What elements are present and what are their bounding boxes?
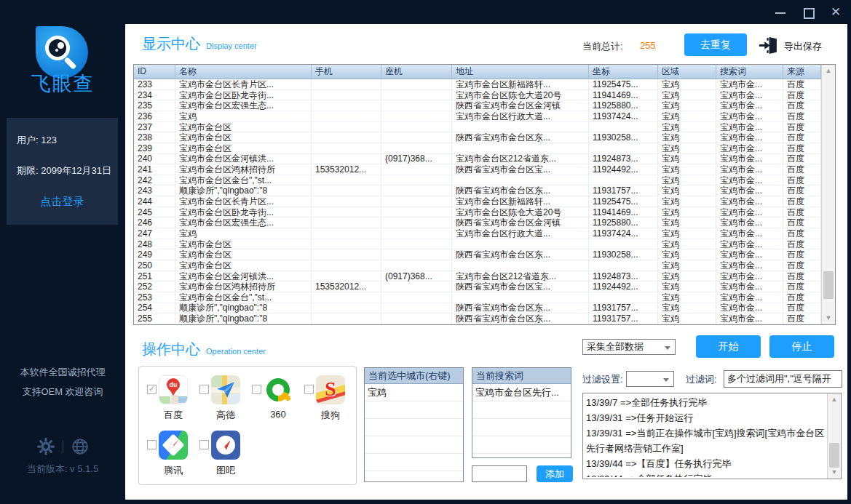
table-row[interactable]: 253宝鸡市金台区金台","st...宝鸡宝鸡市金...百度 — [134, 292, 835, 303]
table-cell: 陕西省宝鸡市金台区宝... — [452, 164, 589, 175]
table-row[interactable]: 239宝鸡市金台区宝鸡宝鸡市金...百度 — [134, 143, 835, 154]
dedupe-button[interactable]: 去重复 — [684, 33, 747, 56]
export-door-icon[interactable] — [759, 36, 778, 55]
table-row[interactable]: 250宝鸡市金台区宝鸡宝鸡市金...百度 — [134, 260, 835, 271]
table-cell: (0917)368... — [381, 271, 452, 282]
table-row[interactable]: 244宝鸡市金台区长青片区...宝鸡市金台区新福路轩...11925475...… — [134, 196, 835, 207]
filter-settings-select[interactable] — [626, 371, 674, 387]
table-header-cell[interactable]: 坐标 — [589, 65, 658, 79]
table-cell — [312, 100, 381, 111]
table-cell: 百度 — [783, 260, 821, 271]
table-cell: 240 — [134, 153, 175, 164]
log-vertical-scrollbar[interactable]: ▲ ▼ — [827, 393, 841, 479]
table-cell: 宝鸡 — [658, 217, 716, 228]
scroll-up-icon[interactable]: ▲ — [828, 393, 841, 406]
table-header-cell[interactable]: 区域 — [658, 65, 716, 79]
expiry-label: 期限: 2099年12月31日 — [17, 164, 108, 177]
table-row[interactable]: 240宝鸡市金台区金河镇洪...(0917)368...宝鸡市金台区212省道东… — [134, 153, 835, 164]
table-cell — [381, 228, 452, 239]
table-row[interactable]: 247宝鸡宝鸡市金台区行政大道...11937424...宝鸡宝鸡市金...百度 — [134, 228, 835, 239]
table-cell: 11925475... — [589, 196, 658, 207]
table-cell — [312, 79, 381, 90]
keyword-list-item[interactable]: 宝鸡市金台区先行... — [472, 384, 571, 401]
table-cell: 宝鸡市金... — [716, 249, 783, 260]
table-row[interactable]: 241宝鸡市金台区鸿林招待所153532012...陕西省宝鸡市金台区宝...1… — [134, 164, 835, 175]
table-vertical-scrollbar[interactable]: ▲ ▼ — [821, 65, 835, 324]
table-row[interactable]: 236宝鸡宝鸡市金台区行政大道...11937424...宝鸡宝鸡市金...百度 — [134, 111, 835, 122]
table-row[interactable]: 254顺康诊所","qingbao":"8陕西省宝鸡市金台区东...119317… — [134, 303, 835, 313]
table-row[interactable]: 238宝鸡市金台区陕西省宝鸡市金台区东...11930258...宝鸡宝鸡市金.… — [134, 132, 835, 143]
start-button[interactable]: 开始 — [696, 335, 761, 358]
table-row[interactable]: 252宝鸡市金台区鸿林招待所153532012...陕西省宝鸡市金台区宝...1… — [134, 281, 835, 292]
table-cell: 百度 — [783, 132, 821, 143]
table-cell: 陕西省宝鸡市金台区东... — [452, 132, 589, 143]
table-cell: 255 — [134, 313, 175, 324]
table-cell: 宝鸡市金... — [716, 196, 783, 207]
table-row[interactable]: 245宝鸡市金台区卧龙寺街...宝鸡市金台区陈仓大道20号11941469...… — [134, 207, 835, 218]
keyword-input[interactable] — [472, 465, 527, 482]
close-icon[interactable]: ✕ — [831, 7, 841, 17]
filter-words-input[interactable] — [724, 370, 842, 388]
map-source-gaode: 高德 — [199, 375, 251, 431]
maximize-icon[interactable] — [803, 7, 813, 17]
sidebar: 飞眼查 用户: 123 期限: 2099年12月31日 点击登录 本软件全国诚招… — [0, 0, 125, 504]
table-cell: 11925880... — [589, 100, 658, 111]
table-header-cell[interactable]: ID — [134, 65, 175, 79]
table-row[interactable]: 249宝鸡市金台区陕西省宝鸡市金台区东...11930258...宝鸡宝鸡市金.… — [134, 249, 835, 260]
gaode-checkbox[interactable] — [199, 385, 209, 394]
table-cell — [312, 175, 381, 186]
table-cell: 宝鸡 — [658, 207, 716, 218]
table-row[interactable]: 242宝鸡市金台区金台","st...宝鸡宝鸡市金...百度 — [134, 175, 835, 186]
login-link[interactable]: 点击登录 — [17, 195, 108, 209]
scroll-down-icon[interactable]: ▼ — [822, 312, 835, 324]
table-row[interactable]: 234宝鸡市金台区卧龙寺街...宝鸡市金台区陈仓大道20号11941469...… — [134, 90, 835, 101]
scroll-down-icon[interactable]: ▼ — [828, 466, 841, 479]
table-header-cell[interactable]: 手机 — [312, 65, 381, 79]
table-cell: 宝鸡市金... — [716, 79, 783, 90]
table-header-cell[interactable]: 地址 — [452, 65, 589, 79]
table-row[interactable]: 233宝鸡市金台区长青片区...宝鸡市金台区新福路轩...11925475...… — [134, 79, 835, 90]
table-header-cell[interactable]: 座机 — [381, 65, 452, 79]
stop-button[interactable]: 停止 — [769, 335, 834, 358]
table-row[interactable]: 255顺康诊所","qingbao":"8陕西省宝鸡市金台区东...119317… — [134, 313, 835, 324]
log-scroll-thumb[interactable] — [829, 443, 839, 468]
minimize-icon[interactable] — [775, 7, 785, 17]
globe-icon[interactable] — [71, 437, 90, 456]
table-header-cell[interactable]: 搜索词 — [716, 65, 783, 79]
add-keyword-button[interactable]: 添加 — [537, 465, 573, 482]
table-cell: 宝鸡市金台区新福路轩... — [452, 79, 589, 90]
table-row[interactable]: 243顺康诊所","qingbao":"8陕西省宝鸡市金台区东...119317… — [134, 185, 835, 196]
table-header-cell[interactable]: 来源 — [783, 65, 821, 79]
table-cell: 百度 — [783, 292, 821, 303]
export-save-label[interactable]: 导出保存 — [784, 40, 822, 53]
gear-icon[interactable] — [36, 437, 55, 456]
table-cell: 宝鸡市金台区212省道东... — [452, 153, 589, 164]
baidu-checkbox[interactable] — [147, 385, 157, 394]
mapbar-checkbox[interactable] — [199, 440, 209, 449]
table-header-row: ID名称手机座机地址坐标区域搜索词来源 — [134, 65, 835, 79]
city-list-item[interactable]: 宝鸡 — [365, 384, 463, 401]
table-cell — [381, 207, 452, 218]
table-cell: 百度 — [783, 271, 821, 282]
table-cell: 11941469... — [589, 90, 658, 101]
i360-checkbox[interactable] — [252, 385, 261, 394]
table-row[interactable]: 248宝鸡市金台区宝鸡宝鸡市金...百度 — [134, 239, 835, 250]
table-header-cell[interactable]: 名称 — [175, 65, 312, 79]
table-cell: 宝鸡市金... — [716, 239, 783, 250]
tencent-checkbox[interactable] — [147, 440, 157, 449]
sogou-map-icon: S — [316, 375, 345, 404]
table-cell: 百度 — [783, 175, 821, 186]
table-row[interactable]: 237宝鸡市金台区宝鸡宝鸡市金...百度 — [134, 122, 835, 133]
table-cell: 宝鸡 — [658, 132, 716, 143]
sogou-checkbox[interactable] — [304, 385, 314, 394]
scroll-up-icon[interactable]: ▲ — [822, 65, 835, 77]
table-row[interactable]: 251宝鸡市金台区金河镇洪...(0917)368...宝鸡市金台区212省道东… — [134, 271, 835, 282]
table-row[interactable]: 246宝鸡市金台区宏强生态...陕西省宝鸡市金台区金河镇11925880...宝… — [134, 217, 835, 228]
table-cell: 宝鸡 — [175, 111, 312, 122]
results-table: ID名称手机座机地址坐标区域搜索词来源 233宝鸡市金台区长青片区...宝鸡市金… — [133, 64, 836, 325]
table-scroll-thumb[interactable] — [823, 271, 834, 299]
table-row[interactable]: 235宝鸡市金台区宏强生态...陕西省宝鸡市金台区金河镇11925880...宝… — [134, 100, 835, 111]
table-cell: 宝鸡 — [658, 249, 716, 260]
collect-mode-select[interactable]: 采集全部数据 — [582, 339, 676, 355]
map-source-label: 百度 — [159, 409, 188, 422]
